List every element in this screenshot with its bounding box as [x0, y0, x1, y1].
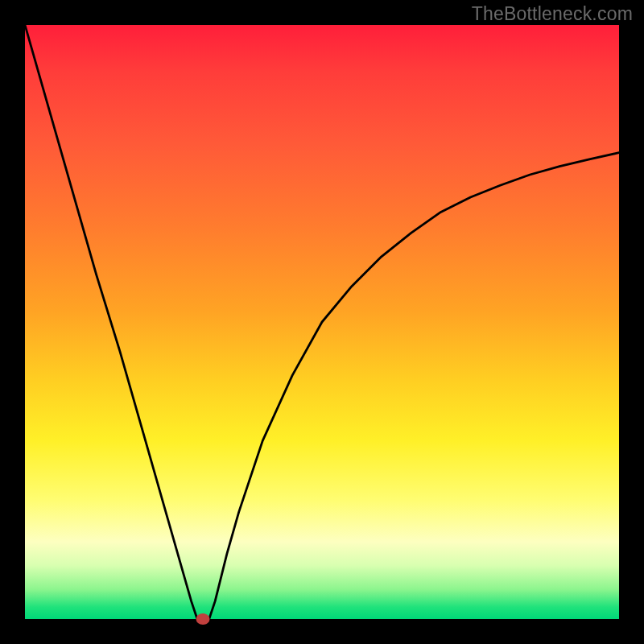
curve-svg: [25, 25, 619, 619]
plot-area: [25, 25, 619, 619]
watermark-text: TheBottleneck.com: [472, 3, 633, 25]
chart-frame: TheBottleneck.com: [0, 0, 644, 644]
minimum-marker: [196, 613, 210, 625]
curve-path: [25, 25, 619, 619]
